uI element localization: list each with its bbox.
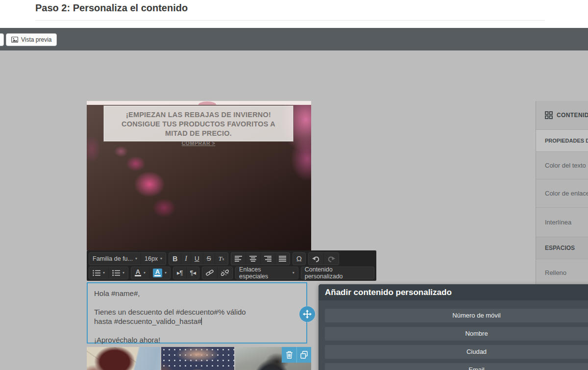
custom-content-label: Contenido personalizado [305,266,370,280]
field-email[interactable]: Email [325,363,588,370]
modal-body: Número de móvil Nombre Ciudad Email Desc… [318,300,588,370]
image-block-actions [282,347,311,363]
photo-shoes[interactable] [87,347,160,370]
delete-block-button[interactable] [282,347,296,363]
text-editor-block[interactable]: Hola #name#, Tienes un descuento del #de… [87,282,307,344]
comprar-link[interactable]: COMPRAR > [182,140,216,146]
sidebar-tab-contenido[interactable]: CONTENIDO [536,101,588,130]
richtext-toolbar: Familia de fu... ▾ 16px ▾ B I U S Tx [87,250,376,281]
offer-line-2: hasta #descuento_valido_hasta# [94,317,201,325]
promo-banner[interactable]: ¡EMPIEZAN LAS REBAJAS DE INVIERNO! CONSI… [103,105,294,142]
custom-content-modal: Añadir contenido personalizado Número de… [318,284,588,370]
strikethrough-button[interactable]: S [203,253,215,265]
field-ciudad[interactable]: Ciudad [325,345,588,359]
clear-format-button[interactable]: Tx [215,253,228,265]
bullet-list-dropdown[interactable]: ▾ [108,267,128,279]
text-color-dropdown[interactable]: A ▾ [131,267,149,279]
special-links-group: Enlaces especiales ▾ [235,267,298,279]
sidebar-item-label: Color del texto [545,162,586,169]
modal-title: Añadir contenido personalizado [318,284,588,300]
block-move-handle[interactable] [299,306,315,322]
align-center-button[interactable] [245,253,260,265]
page-title: Paso 2: Personaliza el contenido [35,2,188,14]
history-group [308,252,339,265]
font-size-dropdown[interactable]: 16px ▾ [141,253,166,265]
paragraph-ltr-button[interactable]: ▸¶ [173,267,186,279]
text-cursor [201,318,202,325]
link-icon[interactable] [202,267,217,279]
title-divider [35,20,545,21]
special-character-button[interactable]: Ω [293,253,305,265]
sidebar-item-interlinea[interactable]: Interlínea [536,208,588,237]
sidebar-item-color-enlace[interactable]: Color de enlace [536,179,588,208]
field-nombre[interactable]: Nombre [325,327,588,341]
link-group [202,267,233,279]
sidebar-section-propiedades[interactable]: PROPIEDADES DE C [536,130,588,152]
trash-icon [286,351,293,359]
sidebar-item-label: Interlínea [545,219,571,226]
photo-dress-flowers[interactable] [161,347,234,370]
paragraph-rtl-button[interactable]: ¶◂ [186,267,199,279]
chevron-down-icon: ▾ [144,271,146,275]
align-group [231,252,290,265]
undo-button[interactable] [309,253,323,265]
field-numero-de-movil[interactable]: Número de móvil [325,309,588,322]
background-color-dropdown[interactable]: A ▾ [149,267,170,279]
custom-content-button[interactable]: Contenido personalizado [301,267,374,279]
editor-closing: ¡Aprovéchalo ahora! [94,335,300,345]
sidebar-section-label: PROPIEDADES DE C [545,138,588,144]
grid-icon [545,111,553,119]
underline-button[interactable]: U [191,253,203,265]
align-left-button[interactable] [231,253,245,265]
font-family-dropdown[interactable]: Familia de fu... ▾ [89,253,141,265]
background-color-icon: A [153,269,162,277]
font-group: Familia de fu... ▾ 16px ▾ [89,252,166,265]
hero-top-strip [87,101,311,105]
image-gallery-block[interactable] [87,347,311,370]
image-preview-icon [11,37,18,43]
clear-format-x: x [222,256,224,261]
duplicate-block-button[interactable] [296,347,311,363]
sidebar-tab-label: CONTENIDO [557,112,588,119]
bold-button[interactable]: B [169,253,181,265]
partial-button[interactable] [0,33,4,46]
list-group: ▾ ▾ [89,267,128,279]
align-right-button[interactable] [260,253,275,265]
clear-format-t: T [219,255,222,263]
app-window: Paso 2: Personaliza el contenido Vista p… [0,0,588,370]
text-color-icon: A [135,269,141,276]
symbol-group: Ω [293,252,306,265]
italic-button[interactable]: I [181,253,191,265]
ordered-list-dropdown[interactable]: ▾ [89,267,108,279]
page-header: Paso 2: Personaliza el contenido [0,0,588,28]
hero-image-block[interactable]: ¡EMPIEZAN LAS REBAJAS DE INVIERNO! CONSI… [87,101,311,250]
sidebar-item-color-texto[interactable]: Color del texto [536,152,588,179]
special-links-dropdown[interactable]: Enlaces especiales ▾ [236,267,298,279]
chevron-down-icon: ▾ [103,271,105,275]
editor-offer: Tienes un descuento del #descuento#% vál… [94,307,300,326]
sidebar-item-label: Color de enlace [545,190,588,197]
copy-icon [300,351,308,359]
move-icon [303,310,312,319]
chevron-down-icon: ▾ [160,256,162,261]
sidebar-section-espacios[interactable]: ESPACIOS [536,237,588,259]
offer-line-1: Tienes un descuento del #descuento#% vál… [94,308,246,316]
sidebar-item-relleno[interactable]: Relleno [536,259,588,286]
unlink-icon[interactable] [217,267,232,279]
sidebar-item-label: Relleno [545,269,566,276]
redo-button[interactable] [323,253,339,265]
format-group: B I U S Tx [169,252,228,265]
font-size-value: 16px [145,255,158,262]
toolbar-row-2: ▾ ▾ A ▾ A ▾ [89,266,374,279]
top-toolbar: Vista previa [0,28,588,50]
color-group: A ▾ A ▾ [131,267,171,279]
sidebar-section-label: ESPACIOS [545,245,575,251]
preview-button-label: Vista previa [21,36,51,43]
align-justify-button[interactable] [275,253,290,265]
paragraph-group: ▸¶ ¶◂ [173,267,199,279]
chevron-down-icon: ▾ [122,271,124,275]
chevron-down-icon: ▾ [293,271,294,275]
preview-button[interactable]: Vista previa [6,33,57,46]
editor-canvas: CONTENIDO PROPIEDADES DE C Color del tex… [0,50,588,370]
custom-content-group: Contenido personalizado [301,267,374,279]
